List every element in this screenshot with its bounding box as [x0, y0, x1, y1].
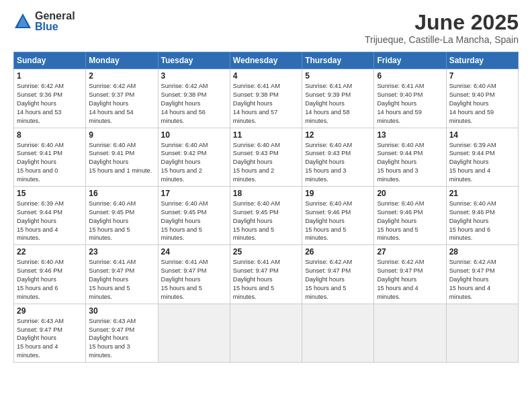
calendar-cell [302, 304, 374, 362]
calendar-cell: 28Sunrise: 6:42 AMSunset: 9:47 PMDayligh… [446, 245, 518, 304]
calendar-cell: 8Sunrise: 6:40 AMSunset: 9:41 PMDaylight… [14, 128, 86, 186]
day-number: 26 [305, 247, 371, 257]
logo: General Blue [13, 11, 75, 32]
day-info: Sunrise: 6:40 AMSunset: 9:41 PMDaylight … [89, 141, 154, 176]
day-number: 12 [305, 130, 371, 140]
day-info: Sunrise: 6:42 AMSunset: 9:47 PMDaylight … [305, 258, 371, 301]
calendar-cell [230, 304, 302, 362]
calendar-cell: 24Sunrise: 6:41 AMSunset: 9:47 PMDayligh… [158, 245, 230, 304]
day-info: Sunrise: 6:39 AMSunset: 9:44 PMDaylight … [449, 141, 515, 184]
calendar-cell: 4Sunrise: 6:41 AMSunset: 9:38 PMDaylight… [230, 69, 302, 128]
day-info: Sunrise: 6:42 AMSunset: 9:36 PMDaylight … [17, 82, 83, 125]
calendar-table: SundayMondayTuesdayWednesdayThursdayFrid… [13, 52, 519, 363]
day-info: Sunrise: 6:41 AMSunset: 9:47 PMDaylight … [161, 258, 227, 301]
day-info: Sunrise: 6:42 AMSunset: 9:38 PMDaylight … [161, 82, 227, 125]
day-info: Sunrise: 6:41 AMSunset: 9:40 PMDaylight … [377, 82, 443, 125]
day-info: Sunrise: 6:41 AMSunset: 9:38 PMDaylight … [233, 82, 299, 125]
calendar-cell: 21Sunrise: 6:40 AMSunset: 9:46 PMDayligh… [446, 186, 518, 244]
calendar-week-1: 1Sunrise: 6:42 AMSunset: 9:36 PMDaylight… [14, 69, 519, 128]
calendar-cell: 6Sunrise: 6:41 AMSunset: 9:40 PMDaylight… [374, 69, 446, 128]
calendar-cell: 15Sunrise: 6:39 AMSunset: 9:44 PMDayligh… [14, 186, 86, 244]
day-number: 24 [161, 247, 227, 257]
calendar-cell: 16Sunrise: 6:40 AMSunset: 9:45 PMDayligh… [86, 186, 158, 244]
day-number: 4 [233, 71, 299, 81]
day-number: 6 [377, 71, 443, 81]
col-header-sunday: Sunday [14, 52, 86, 69]
calendar-cell: 9Sunrise: 6:40 AMSunset: 9:41 PMDaylight… [86, 128, 158, 186]
col-header-thursday: Thursday [302, 52, 374, 69]
day-number: 25 [233, 247, 299, 257]
calendar-cell: 11Sunrise: 6:40 AMSunset: 9:43 PMDayligh… [230, 128, 302, 186]
location-title: Trijueque, Castille-La Mancha, Spain [365, 34, 519, 45]
day-number: 5 [305, 71, 371, 81]
calendar-week-4: 22Sunrise: 6:40 AMSunset: 9:46 PMDayligh… [14, 245, 519, 304]
day-number: 7 [449, 71, 515, 81]
calendar-week-5: 29Sunrise: 6:43 AMSunset: 9:47 PMDayligh… [14, 304, 519, 362]
col-header-saturday: Saturday [446, 52, 518, 69]
day-number: 13 [377, 130, 443, 140]
day-number: 17 [161, 189, 227, 198]
calendar-cell: 19Sunrise: 6:40 AMSunset: 9:46 PMDayligh… [302, 186, 374, 244]
day-info: Sunrise: 6:40 AMSunset: 9:43 PMDaylight … [305, 141, 371, 184]
title-block: June 2025 Trijueque, Castille-La Mancha,… [365, 11, 519, 45]
calendar-cell: 20Sunrise: 6:40 AMSunset: 9:46 PMDayligh… [374, 186, 446, 244]
day-info: Sunrise: 6:40 AMSunset: 9:46 PMDaylight … [17, 258, 83, 301]
calendar-cell: 1Sunrise: 6:42 AMSunset: 9:36 PMDaylight… [14, 69, 86, 128]
logo-icon [13, 12, 32, 31]
day-info: Sunrise: 6:40 AMSunset: 9:43 PMDaylight … [233, 141, 299, 184]
calendar-cell: 29Sunrise: 6:43 AMSunset: 9:47 PMDayligh… [14, 304, 86, 362]
calendar-cell: 14Sunrise: 6:39 AMSunset: 9:44 PMDayligh… [446, 128, 518, 186]
day-number: 8 [17, 130, 83, 140]
day-info: Sunrise: 6:40 AMSunset: 9:45 PMDaylight … [233, 199, 299, 242]
day-info: Sunrise: 6:40 AMSunset: 9:45 PMDaylight … [89, 199, 154, 242]
calendar-cell: 27Sunrise: 6:42 AMSunset: 9:47 PMDayligh… [374, 245, 446, 304]
calendar-cell [158, 304, 230, 362]
day-number: 10 [161, 130, 227, 140]
calendar-week-2: 8Sunrise: 6:40 AMSunset: 9:41 PMDaylight… [14, 128, 519, 186]
day-info: Sunrise: 6:40 AMSunset: 9:42 PMDaylight … [161, 141, 227, 184]
calendar-cell: 12Sunrise: 6:40 AMSunset: 9:43 PMDayligh… [302, 128, 374, 186]
day-number: 27 [377, 247, 443, 257]
day-info: Sunrise: 6:42 AMSunset: 9:47 PMDaylight … [449, 258, 515, 301]
day-number: 11 [233, 130, 299, 140]
month-title: June 2025 [365, 11, 519, 34]
day-number: 21 [449, 189, 515, 198]
day-info: Sunrise: 6:43 AMSunset: 9:47 PMDaylight … [89, 317, 154, 360]
day-number: 1 [17, 71, 83, 81]
day-info: Sunrise: 6:43 AMSunset: 9:47 PMDaylight … [17, 317, 83, 360]
col-header-monday: Monday [86, 52, 158, 69]
day-info: Sunrise: 6:40 AMSunset: 9:46 PMDaylight … [377, 199, 443, 242]
calendar-cell: 5Sunrise: 6:41 AMSunset: 9:39 PMDaylight… [302, 69, 374, 128]
col-header-tuesday: Tuesday [158, 52, 230, 69]
calendar-cell: 18Sunrise: 6:40 AMSunset: 9:45 PMDayligh… [230, 186, 302, 244]
day-info: Sunrise: 6:42 AMSunset: 9:47 PMDaylight … [377, 258, 443, 301]
calendar-cell: 3Sunrise: 6:42 AMSunset: 9:38 PMDaylight… [158, 69, 230, 128]
day-info: Sunrise: 6:41 AMSunset: 9:47 PMDaylight … [233, 258, 299, 301]
day-info: Sunrise: 6:41 AMSunset: 9:47 PMDaylight … [89, 258, 154, 301]
day-number: 28 [449, 247, 515, 257]
day-number: 19 [305, 189, 371, 198]
col-header-friday: Friday [374, 52, 446, 69]
day-number: 14 [449, 130, 515, 140]
day-number: 22 [17, 247, 83, 257]
day-info: Sunrise: 6:42 AMSunset: 9:37 PMDaylight … [89, 82, 154, 125]
calendar-page: General Blue June 2025 Trijueque, Castil… [0, 0, 532, 411]
day-info: Sunrise: 6:40 AMSunset: 9:44 PMDaylight … [377, 141, 443, 184]
day-number: 2 [89, 71, 154, 81]
calendar-cell: 26Sunrise: 6:42 AMSunset: 9:47 PMDayligh… [302, 245, 374, 304]
day-number: 9 [89, 130, 154, 140]
day-number: 3 [161, 71, 227, 81]
calendar-cell [374, 304, 446, 362]
day-info: Sunrise: 6:40 AMSunset: 9:46 PMDaylight … [449, 199, 515, 242]
day-number: 15 [17, 189, 83, 198]
calendar-cell: 23Sunrise: 6:41 AMSunset: 9:47 PMDayligh… [86, 245, 158, 304]
calendar-week-3: 15Sunrise: 6:39 AMSunset: 9:44 PMDayligh… [14, 186, 519, 244]
calendar-cell: 30Sunrise: 6:43 AMSunset: 9:47 PMDayligh… [86, 304, 158, 362]
day-info: Sunrise: 6:41 AMSunset: 9:39 PMDaylight … [305, 82, 371, 125]
day-number: 29 [17, 306, 83, 316]
calendar-cell: 22Sunrise: 6:40 AMSunset: 9:46 PMDayligh… [14, 245, 86, 304]
day-info: Sunrise: 6:40 AMSunset: 9:41 PMDaylight … [17, 141, 83, 184]
logo-blue-text: Blue [35, 21, 75, 32]
header: General Blue June 2025 Trijueque, Castil… [13, 11, 519, 45]
day-number: 23 [89, 247, 154, 257]
